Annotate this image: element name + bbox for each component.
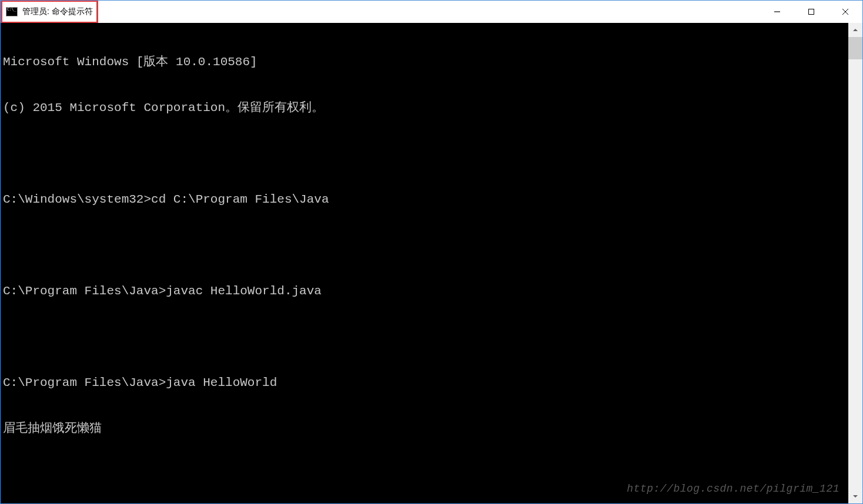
terminal-line — [3, 467, 848, 482]
terminal-line: C:\Program Files\Java>java HelloWorld — [3, 375, 848, 391]
scroll-track[interactable] — [848, 37, 862, 489]
terminal-line: C:\Program Files\Java>javac HelloWorld.j… — [3, 284, 848, 299]
minimize-button[interactable] — [760, 1, 794, 23]
terminal-line — [3, 330, 848, 345]
content-area: Microsoft Windows [版本 10.0.10586] (c) 20… — [1, 23, 862, 503]
vertical-scrollbar[interactable] — [848, 23, 862, 503]
maximize-icon — [808, 8, 815, 15]
terminal-line: (c) 2015 Microsoft Corporation。保留所有权利。 — [3, 100, 848, 116]
minimize-icon — [774, 8, 781, 15]
terminal-line — [3, 146, 848, 162]
terminal-line: C:\Windows\system32>cd C:\Program Files\… — [3, 192, 848, 207]
scroll-thumb[interactable] — [848, 37, 862, 59]
titlebar-left: 管理员: 命令提示符 — [1, 1, 98, 23]
chevron-up-icon — [852, 27, 858, 33]
command-prompt-window: 管理员: 命令提示符 Microsoft Window — [0, 0, 863, 504]
close-button[interactable] — [828, 1, 862, 23]
terminal-output[interactable]: Microsoft Windows [版本 10.0.10586] (c) 20… — [1, 23, 848, 503]
chevron-down-icon — [852, 493, 858, 499]
titlebar[interactable]: 管理员: 命令提示符 — [1, 1, 862, 23]
window-controls — [760, 1, 862, 23]
close-icon — [842, 8, 849, 15]
cmd-icon — [6, 7, 18, 16]
terminal-line: 眉毛抽烟饿死懒猫 — [3, 421, 848, 436]
svg-rect-1 — [809, 9, 814, 15]
terminal-line — [3, 238, 848, 253]
maximize-button[interactable] — [794, 1, 828, 23]
terminal-line: Microsoft Windows [版本 10.0.10586] — [3, 55, 848, 70]
scroll-down-button[interactable] — [848, 489, 862, 503]
window-title: 管理员: 命令提示符 — [22, 6, 93, 17]
scroll-up-button[interactable] — [848, 23, 862, 37]
